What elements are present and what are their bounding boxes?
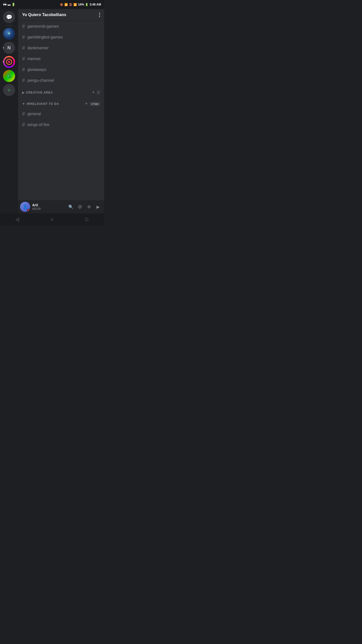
battery-percent: 14%: [78, 3, 84, 6]
notification-dot: [3, 47, 4, 49]
channel-name: gamblingbot-games: [27, 35, 63, 39]
hash-icon: #: [22, 23, 25, 29]
user-info: Arii #6109: [32, 203, 65, 211]
user-avatar: 👤: [20, 202, 30, 212]
channel-dankmemer[interactable]: # dankmemer: [18, 43, 104, 53]
category-label: CREATIVE AREA: [26, 91, 53, 94]
category-hint: !: [97, 91, 100, 95]
status-bar-right: 🔕 📶 📵 📶 14% 🔋 3:46 AM: [60, 3, 101, 6]
back-icon: ◁: [16, 217, 19, 222]
hash-icon: #: [22, 34, 25, 40]
nav-home-button[interactable]: ○: [46, 213, 58, 225]
nav-bar: ◁ ○ □: [0, 213, 104, 225]
battery-low-icon: 🔋: [12, 3, 15, 6]
status-bar-left: 🕶 ▬ 🔋: [3, 3, 15, 7]
channel-giveaways[interactable]: # giveaways: [18, 64, 104, 75]
dot2: [99, 14, 100, 15]
recents-square-icon: □: [85, 217, 88, 222]
channel-list: Yo Quiero Tacobellians # gamesrob-games …: [18, 9, 104, 213]
nav-back-button[interactable]: ◁: [11, 213, 23, 225]
server-menu-button[interactable]: [99, 13, 100, 17]
dot3: [99, 16, 100, 17]
user-actions: 🔍 @ ⚙ ▶: [67, 203, 102, 211]
collapse-arrow-icon: ▶: [22, 91, 24, 94]
nav-recents-button[interactable]: □: [81, 213, 93, 225]
wifi-icon: 📶: [64, 3, 68, 6]
category-label: IRRELEVANT TO DA: [27, 102, 59, 106]
middle-earth-avatar: 🌍: [3, 28, 15, 40]
channel-name: pengu-channel: [27, 78, 54, 83]
mention-icon: @: [78, 205, 82, 209]
category-left: ▼ IRRELEVANT TO DA: [22, 102, 59, 106]
hash-icon: #: [22, 56, 25, 62]
plus-icon: +: [7, 87, 11, 94]
irrelevant-hint: o has: [90, 102, 100, 106]
user-discriminator: #6109: [32, 207, 65, 211]
channel-list-spacer: [18, 130, 104, 200]
send-button[interactable]: ▶: [94, 203, 102, 211]
channel-name: general: [27, 112, 41, 116]
home-circle-icon: ○: [51, 217, 54, 222]
channel-pengu-channel[interactable]: # pengu-channel: [18, 75, 104, 86]
category-add-button[interactable]: +: [92, 90, 95, 95]
chat-icon: 💬: [6, 14, 12, 20]
gear-icon: ⚙: [87, 205, 91, 209]
add-server-button[interactable]: +: [3, 84, 15, 96]
hash-icon: #: [22, 122, 25, 128]
server-name: Yo Quiero Tacobellians: [22, 13, 66, 17]
dragon-avatar: 🐉: [3, 70, 15, 82]
sim-icon: ▬: [8, 3, 11, 6]
target-server-icon[interactable]: [3, 56, 15, 68]
glasses-icon: 🕶: [3, 3, 7, 7]
hash-icon: #: [22, 45, 25, 51]
avatar-image: 👤: [23, 205, 28, 209]
server-sidebar: 💬 🌍 N: [0, 9, 18, 213]
channel-wings-of-fire[interactable]: # wings-of-fire: [18, 119, 104, 130]
n-server-label: N: [8, 45, 11, 51]
battery-icon: 🔋: [85, 3, 88, 6]
status-bar: 🕶 ▬ 🔋 🔕 📶 📵 📶 14% 🔋 3:46 AM: [0, 0, 104, 9]
server-divider: [5, 25, 13, 26]
hash-icon: #: [22, 67, 25, 72]
category-creative-area[interactable]: ▶ CREATIVE AREA + !: [18, 86, 104, 97]
mute-icon: 🔕: [60, 3, 63, 6]
expand-arrow-icon: ▼: [22, 102, 25, 106]
channel-gamesrob-games[interactable]: # gamesrob-games: [18, 21, 104, 32]
category-irrelevant-to-da[interactable]: ▼ IRRELEVANT TO DA + o has: [18, 97, 104, 108]
target-center: [9, 61, 10, 62]
hash-icon: #: [22, 77, 25, 83]
channel-name: gamesrob-games: [27, 24, 59, 29]
channel-name: dankmemer: [27, 46, 49, 50]
user-bar: 👤 Arii #6109 🔍 @ ⚙ ▶: [18, 200, 104, 213]
search-icon: 🔍: [68, 205, 73, 209]
settings-button[interactable]: ⚙: [85, 203, 93, 211]
mention-button[interactable]: @: [76, 203, 84, 211]
channel-gamblingbot-games[interactable]: # gamblingbot-games: [18, 32, 104, 43]
channel-memes[interactable]: # memes: [18, 53, 104, 64]
category-left: ▶ CREATIVE AREA: [22, 91, 53, 94]
n-server-icon[interactable]: N: [3, 42, 15, 54]
username: Arii: [32, 203, 65, 207]
no-sim-icon: 📵: [69, 3, 72, 6]
channel-general[interactable]: # general: [18, 108, 104, 119]
user-status-dot: [27, 209, 30, 212]
clock: 3:46 AM: [89, 3, 101, 6]
channel-name: memes: [27, 57, 40, 61]
dm-icon[interactable]: 💬: [3, 11, 15, 23]
server-header: Yo Quiero Tacobellians: [18, 9, 104, 21]
current-server-icon[interactable]: 🐉: [3, 70, 15, 82]
dot1: [99, 13, 100, 14]
category-add-button-2[interactable]: +: [85, 101, 88, 106]
send-icon: ▶: [97, 205, 100, 209]
signal-bars-icon: 📶: [73, 3, 77, 6]
channel-name: giveaways: [27, 67, 46, 72]
middle-earth-server-icon[interactable]: 🌍: [3, 28, 15, 40]
channel-name: wings-of-fire: [27, 123, 49, 127]
search-button[interactable]: 🔍: [67, 203, 75, 211]
hash-icon: #: [22, 111, 25, 117]
